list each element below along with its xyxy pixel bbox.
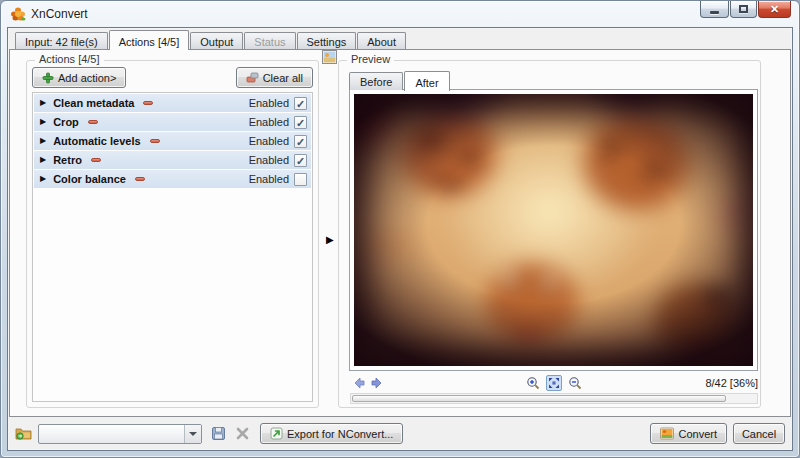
enabled-checkbox[interactable]: ✓ [294,116,307,129]
preview-groupbox: Preview Before After [338,60,761,408]
tab-about[interactable]: About [357,32,406,49]
window-title: XnConvert [31,7,88,21]
action-list: ▶ Clean metadata Enabled ✓ ▶ Crop Enable… [32,92,313,402]
next-image-button[interactable] [370,376,384,390]
close-button[interactable]: ✕ [758,1,791,18]
zoom-in-icon [526,376,540,390]
cancel-label: Cancel [742,428,776,440]
expander-icon[interactable]: ▶ [40,99,46,107]
enabled-label: Enabled [249,173,289,185]
fit-to-window-button[interactable] [546,375,562,391]
expander-icon[interactable]: ▶ [40,175,46,183]
add-action-button[interactable]: Add action> [32,67,126,88]
enabled-label: Enabled [249,135,289,147]
preset-combobox-dropdown-button[interactable] [184,425,201,443]
actions-toolbar: Add action> Clear all [32,67,313,88]
action-label: Automatic levels [53,135,140,147]
preview-image-panel [349,89,758,371]
preview-scrollbar[interactable] [350,393,758,404]
delete-preset-button[interactable] [235,426,250,441]
preview-photo-vignette [354,94,753,366]
actions-tab-page: Actions [4/5] Add action> [9,49,791,417]
action-row-automatic-levels[interactable]: ▶ Automatic levels Enabled ✓ [34,132,311,150]
action-label: Retro [53,154,82,166]
action-row-retro[interactable]: ▶ Retro Enabled ✓ [34,151,311,169]
preview-groupbox-label: Preview [347,53,394,65]
maximize-icon [739,5,748,13]
preview-scrollbar-thumb[interactable] [352,395,726,402]
zoom-in-button[interactable] [525,375,541,391]
cancel-button[interactable]: Cancel [733,423,785,444]
enabled-label: Enabled [249,154,289,166]
main-tabstrip: Input: 42 file(s) Actions [4/5] Output S… [15,30,407,49]
app-icon [10,6,26,22]
remove-action-icon[interactable] [150,139,160,143]
tab-status: Status [244,32,295,49]
enabled-checkbox[interactable]: ✓ [294,135,307,148]
xnconvert-window: XnConvert ✕ Input: 42 file(s) Actions [4… [0,0,800,458]
remove-action-icon[interactable] [143,101,153,105]
fit-icon [548,377,560,389]
clear-all-icon [246,72,259,84]
action-label: Color balance [53,173,126,185]
expander-icon[interactable]: ▶ [40,156,46,164]
enabled-label: Enabled [249,97,289,109]
export-nconvert-button[interactable]: Export for NConvert... [260,423,403,444]
zoom-controls [525,375,583,391]
bottom-bar: Export for NConvert... Convert Cancel [9,418,791,449]
enabled-label: Enabled [249,116,289,128]
action-label: Clean metadata [53,97,134,109]
enabled-checkbox[interactable]: ✓ [294,154,307,167]
tab-settings[interactable]: Settings [297,32,357,49]
titlebar[interactable]: XnConvert ✕ [1,1,799,27]
save-preset-button[interactable] [211,426,226,441]
preview-photo[interactable] [354,94,753,366]
convert-button[interactable]: Convert [650,423,727,444]
zoom-out-icon [568,376,582,390]
splitter-collapse-arrow[interactable]: ▶ [326,234,334,245]
tab-output[interactable]: Output [190,32,243,49]
image-counter: 8/42 [36%] [705,377,758,389]
convert-icon [660,427,674,440]
preview-controls: 8/42 [36%] [350,375,758,391]
tab-after[interactable]: After [404,71,449,91]
action-row-clean-metadata[interactable]: ▶ Clean metadata Enabled ✓ [34,94,311,112]
convert-label: Convert [678,428,717,440]
remove-action-icon[interactable] [91,158,101,162]
maximize-button[interactable] [730,1,757,18]
action-row-color-balance[interactable]: ▶ Color balance Enabled [34,170,311,188]
enabled-checkbox[interactable]: ✓ [294,97,307,110]
tab-actions[interactable]: Actions [4/5] [109,30,190,50]
tab-input[interactable]: Input: 42 file(s) [15,32,108,49]
picture-icon [322,50,337,64]
remove-action-icon[interactable] [88,120,98,124]
expander-icon[interactable]: ▶ [40,118,46,126]
clear-all-button[interactable]: Clear all [236,67,313,88]
add-plus-icon [42,72,54,84]
previous-image-button[interactable] [352,376,366,390]
remove-action-icon[interactable] [135,177,145,181]
clear-all-label: Clear all [263,72,303,84]
export-icon [270,427,283,440]
export-nconvert-label: Export for NConvert... [287,428,393,440]
actions-groupbox: Actions [4/5] Add action> [26,60,319,408]
action-row-crop[interactable]: ▶ Crop Enabled ✓ [34,113,311,131]
preset-combobox[interactable] [38,424,202,444]
window-controls: ✕ [699,1,791,18]
add-action-label: Add action> [58,72,116,84]
minimize-icon [710,11,719,14]
zoom-out-button[interactable] [567,375,583,391]
chevron-down-icon [189,432,197,436]
action-label: Crop [53,116,79,128]
tab-before[interactable]: Before [349,72,403,90]
actions-groupbox-label: Actions [4/5] [35,53,104,65]
minimize-button[interactable] [700,1,729,18]
expander-icon[interactable]: ▶ [40,137,46,145]
close-icon: ✕ [770,4,779,15]
client-area: Input: 42 file(s) Actions [4/5] Output S… [7,27,793,451]
preview-tabstrip: Before After [349,70,451,90]
load-preset-folder-icon[interactable] [15,426,32,441]
enabled-checkbox[interactable] [294,173,307,186]
